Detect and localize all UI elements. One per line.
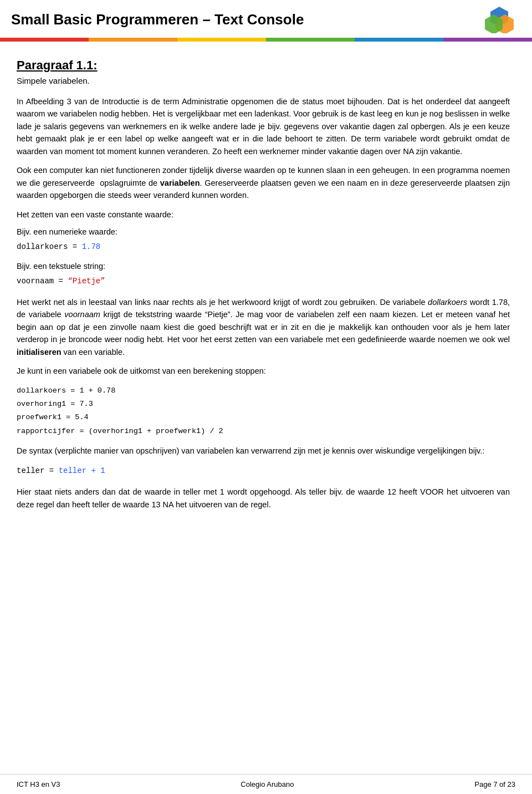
cm3-var: proefwerk1	[17, 413, 62, 421]
teller-eq: =	[44, 466, 58, 475]
paragraph-2: Ook een computer kan niet functioneren z…	[17, 164, 510, 201]
cm1-eq: =	[66, 386, 79, 395]
code-line-3: proefwerk1 = 5.4	[17, 411, 510, 424]
paragraph-6: De syntax (verplichte manier van opschri…	[17, 445, 510, 457]
cm3-val: 5.4	[75, 413, 88, 421]
code-line-4: rapportcijfer = (overhoring1 + proefwerk…	[17, 425, 510, 438]
cm2-eq: =	[66, 400, 79, 408]
footer-left: ICT H3 en V3	[17, 780, 60, 788]
cm4-eq: =	[75, 427, 88, 435]
code-block-1: dollarkoers = 1.78	[17, 240, 510, 255]
bijv1-label: Bijv. een numerieke waarde:	[17, 227, 510, 236]
p4-start: Het werkt net als in leestaal van links …	[17, 298, 428, 307]
code1-var: dollarkoers	[17, 242, 68, 251]
footer-right: Page 7 of 23	[474, 780, 515, 788]
teller-val: teller + 1	[59, 466, 105, 475]
main-content: Paragraaf 1.1: Simpele variabelen. In Af…	[0, 42, 532, 551]
p4-italic2: voornaam	[64, 310, 100, 319]
page-title: Small Basic Programmeren – Text Console	[11, 11, 304, 28]
cm2-var: overhoring1	[17, 400, 66, 408]
rainbow-bar	[0, 38, 532, 42]
teller-var: teller	[17, 466, 44, 475]
logo-icon	[483, 6, 515, 33]
code-line-2: overhoring1 = 7.3	[17, 398, 510, 411]
page-header: Small Basic Programmeren – Text Console	[0, 0, 532, 38]
logo	[483, 6, 515, 33]
rainbow-red	[0, 38, 89, 42]
paragraph-3: Het zetten van een vaste constante waard…	[17, 208, 510, 221]
code-block-2: voornaam = “Pietje”	[17, 274, 510, 289]
code1-val: 1.78	[82, 242, 101, 251]
section-subheading: Simpele variabelen.	[17, 76, 510, 85]
p4-bold: initialiseren	[17, 348, 62, 357]
footer-center: Colegio Arubano	[241, 780, 294, 788]
code-line-1: dollarkoers = 1 + 0.78	[17, 384, 510, 398]
bijv2-label: Bijv. een tekstuele string:	[17, 262, 510, 271]
cm1-val: 1 + 0.78	[79, 386, 115, 395]
rainbow-yellow	[177, 38, 266, 42]
code-block-multi: dollarkoers = 1 + 0.78 overhoring1 = 7.3…	[17, 384, 510, 438]
p4-end: van een variable.	[62, 348, 125, 357]
code-block-teller: teller = teller + 1	[17, 464, 510, 479]
page-footer: ICT H3 en V3 Colegio Arubano Page 7 of 2…	[0, 774, 532, 794]
section-heading: Paragraaf 1.1:	[17, 58, 510, 73]
code2-eq: =	[54, 277, 68, 286]
code1-eq: =	[68, 242, 81, 251]
cm3-eq: =	[62, 413, 75, 421]
cm1-var: dollarkoers	[17, 386, 66, 395]
rainbow-blue	[355, 38, 443, 42]
paragraph-4: Het werkt net als in leestaal van links …	[17, 296, 510, 358]
paragraph-1: In Afbeelding 3 van de Introductie is de…	[17, 95, 510, 157]
code2-val: “Pietje”	[68, 277, 105, 286]
p4-italic1: dollarkoers	[428, 298, 467, 307]
cm4-val: (overhoring1 + proefwerk1) / 2	[89, 427, 223, 435]
paragraph-5: Je kunt in een variabele ook de uitkomst…	[17, 365, 510, 377]
p2-bold: variabelen	[160, 179, 200, 187]
rainbow-green	[266, 38, 355, 42]
cm2-val: 7.3	[79, 400, 93, 408]
paragraph-7: Hier staat niets anders dan dat de waard…	[17, 486, 510, 511]
rainbow-purple	[443, 38, 532, 42]
code2-var: voornaam	[17, 277, 54, 286]
rainbow-orange	[89, 38, 177, 42]
cm4-var: rapportcijfer	[17, 427, 75, 435]
